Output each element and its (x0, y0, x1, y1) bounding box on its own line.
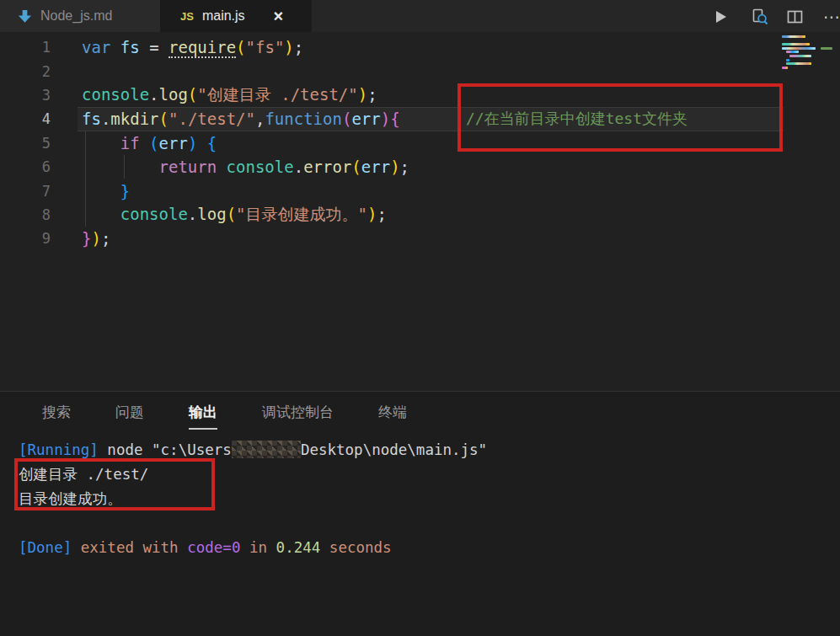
code-text: }); (82, 229, 110, 248)
annotation-rectangle-comment (457, 83, 783, 152)
code-token: ; (377, 205, 386, 223)
code-token: mkdir (110, 110, 158, 128)
panel-tab-search[interactable]: 搜索 (42, 403, 71, 422)
annotation-rectangle-output (14, 458, 215, 510)
output-text: seconds (329, 539, 392, 556)
code-token: function (265, 110, 342, 128)
code-token: ( (351, 158, 361, 176)
play-icon (712, 8, 729, 25)
line-number: 2 (0, 63, 51, 80)
code-token: "./test/" (169, 110, 255, 128)
output-text (267, 539, 276, 556)
run-code-button[interactable] (710, 7, 730, 27)
code-token (197, 134, 206, 152)
code-token: console (227, 158, 294, 176)
minimap[interactable] (782, 35, 834, 79)
code-line: 9}); (0, 227, 840, 250)
code-line: 2 (0, 59, 840, 83)
code-text: if (err) { (82, 134, 217, 152)
bottom-panel: 搜索 问题 输出 调试控制台 终端 [Running] node "c:\Use… (0, 391, 840, 636)
split-editor-button[interactable] (784, 7, 805, 27)
code-token: . (101, 110, 110, 128)
panel-tab-problems[interactable]: 问题 (115, 403, 144, 422)
more-actions-button[interactable]: ⋯ (825, 7, 840, 27)
line-number: 5 (0, 135, 51, 152)
code-token: fs (82, 110, 101, 128)
tab-node-js-md[interactable]: Node_js.md (0, 0, 160, 32)
code-token: ) (381, 110, 390, 128)
output-text (72, 539, 81, 556)
code-token: . (188, 205, 197, 223)
editor-tab-bar: Node_js.md JS main.js × ⋯ (0, 0, 840, 32)
javascript-file-icon: JS (180, 10, 194, 23)
preview-search-icon (750, 8, 769, 27)
code-token: error (303, 158, 351, 176)
code-text: console.log("创建目录 ./test/"); (82, 84, 377, 106)
code-token (159, 38, 169, 56)
vscode-window: Node_js.md JS main.js × ⋯ (0, 0, 840, 636)
code-token (110, 38, 120, 56)
output-text (320, 539, 329, 556)
code-text: } (82, 182, 130, 200)
code-editor[interactable]: 1var fs = require("fs");23console.log("创… (0, 32, 840, 391)
code-token: ( (188, 85, 197, 104)
close-icon[interactable]: × (274, 8, 284, 24)
line-number: 3 (0, 87, 51, 104)
output-text: in (249, 539, 267, 556)
minimap-comment-mark (821, 47, 832, 50)
line-number: 8 (0, 206, 51, 223)
code-token: console (82, 85, 149, 104)
code-token: console (120, 205, 188, 223)
code-token (217, 158, 226, 176)
tab-main-js[interactable]: JS main.js × (160, 0, 312, 32)
panel-tab-output[interactable]: 输出 (189, 403, 217, 422)
code-token: "目录创建成功。" (236, 205, 367, 223)
output-line: [Done] exited with code=0 in 0.244 secon… (19, 536, 840, 560)
code-line: 7 } (0, 179, 840, 202)
panel-tab-terminal[interactable]: 终端 (378, 403, 407, 422)
output-text: [Running] (19, 441, 107, 458)
code-token (140, 38, 149, 56)
code-token: ( (149, 134, 158, 152)
code-text: var fs = require("fs"); (82, 38, 303, 56)
output-text: node "c:\Users (107, 441, 232, 458)
code-token: . (149, 85, 158, 104)
open-preview-button[interactable] (749, 7, 769, 27)
tab-label: main.js (202, 8, 245, 24)
code-token: } (82, 229, 91, 248)
output-text: Desktop\node\main.js" (301, 441, 487, 458)
code-token: . (294, 158, 303, 176)
code-token: ( (227, 205, 236, 223)
output-line (19, 511, 840, 536)
code-token: { (390, 110, 399, 128)
code-token: require (169, 38, 236, 58)
code-token: "fs" (246, 38, 285, 56)
panel-tab-bar: 搜索 问题 输出 调试控制台 终端 (0, 392, 840, 432)
code-token: "创建目录 ./test/" (197, 85, 357, 104)
code-token: if (120, 134, 140, 152)
code-token: log (159, 85, 188, 104)
code-token: = (149, 38, 158, 56)
code-token: ) (91, 229, 100, 248)
code-line: 1var fs = require("fs"); (0, 35, 840, 59)
code-token: ; (294, 38, 303, 56)
code-token: ; (367, 85, 377, 104)
code-text: console.log("目录创建成功。"); (82, 204, 387, 226)
code-token: ) (188, 134, 197, 152)
code-token (140, 134, 149, 152)
code-token: ; (101, 229, 110, 248)
code-token: } (120, 182, 130, 200)
code-token: ( (342, 110, 351, 128)
code-token: ( (159, 110, 169, 128)
code-token: ( (236, 38, 245, 56)
output-text: exited with (81, 539, 179, 556)
line-number: 1 (0, 39, 51, 56)
panel-tab-debug-console[interactable]: 调试控制台 (262, 403, 334, 422)
code-token: ) (358, 85, 367, 104)
output-text (179, 539, 188, 556)
line-number: 9 (0, 230, 51, 247)
code-text: fs.mkdir("./test/",function(err){ (82, 110, 400, 128)
code-token: err (159, 134, 188, 152)
code-line: 6 return console.error(err); (0, 155, 840, 179)
output-text: code=0 (187, 539, 240, 556)
